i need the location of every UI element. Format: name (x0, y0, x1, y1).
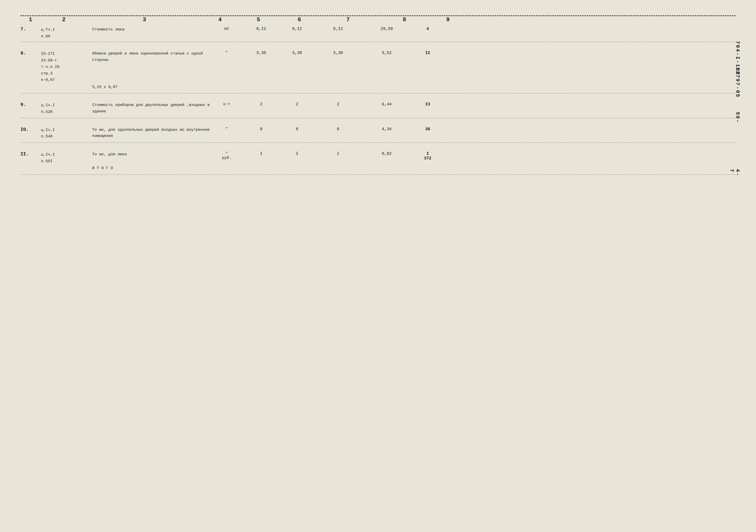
side-label-bottom-sub: 50- (735, 112, 741, 123)
table-row: 9.ц.Iч.I п.528Стоимость приборов для дву… (20, 98, 736, 118)
entry-description-sub: И Т О Г О (92, 165, 210, 171)
top-border (20, 15, 736, 16)
col-header-2: 2 (62, 17, 66, 23)
page-wrapper: 1 2 3 4 5 6 7 8 9 (20, 15, 736, 175)
header-col-8: 8 (376, 17, 433, 23)
header-col-6: 6 (279, 17, 320, 23)
header-col-3: 3 (87, 17, 202, 23)
table-row: 7.ц.Тч.I п.69Стоимость люкам20,I20,I20,I… (20, 23, 736, 42)
table-body: 7.ц.Тч.I п.69Стоимость люкам20,I20,I20,I… (20, 23, 736, 175)
col-header-7: 7 (346, 17, 350, 23)
entry-description: То же, для однопольных дверей входных во… (92, 127, 210, 140)
side-label-bottom-main: 12797-05 (735, 67, 741, 98)
entry-description: Обивка дверей и люка оцинкованной сталью… (92, 51, 210, 63)
row-number: IO. (20, 127, 41, 132)
header-col-4: 4 (202, 17, 238, 23)
col-header-5: 5 (256, 17, 260, 23)
col-header-1: 1 (29, 17, 33, 23)
row-number: 8. (20, 51, 41, 56)
row-separator (20, 142, 736, 143)
col-header-6: 6 (298, 17, 301, 23)
row-separator (20, 174, 736, 175)
col-header-9: 9 (446, 17, 450, 23)
row-separator (20, 93, 736, 93)
header-col-9: 9 (433, 17, 464, 23)
side-label-middle: 4-7 (729, 169, 741, 177)
entry-description: Стоимость приборов для двупольных дверей… (92, 102, 210, 115)
entry-description: То же, для люка (92, 151, 210, 158)
header-col-1: 1 (20, 17, 41, 23)
row-number: 9. (20, 102, 41, 107)
row-separator (20, 42, 736, 42)
column-headers: 1 2 3 4 5 6 7 8 9 (20, 17, 736, 23)
entry-code: ц.Iч.I п.540 (41, 127, 92, 140)
col-header-8: 8 (403, 17, 406, 23)
entry-code: ц.Тч.I п.69 (41, 27, 92, 40)
header-col-5: 5 (238, 17, 279, 23)
entry-description: Стоимость люка (92, 27, 210, 33)
page-content: 1 2 3 4 5 6 7 8 9 (20, 15, 736, 175)
row-number: II. (20, 151, 41, 157)
col-header-4: 4 (218, 17, 222, 23)
table-row: 8.I5-27I 23-58-г т.ч.п.I8 стр.3 к-0,67Об… (20, 47, 736, 93)
entry-code: I5-27I 23-58-г т.ч.п.I8 стр.3 к-0,67 (41, 51, 92, 84)
entry-code: ц.Iч.I п.528 (41, 102, 92, 115)
col-header-3: 3 (143, 17, 147, 23)
table-row: II.ц.Iч.I п.55IТо же, для люка" руб.III0… (20, 148, 736, 175)
entry-description-sub: 5,25 х 0,67 (92, 85, 210, 90)
header-col-7: 7 (320, 17, 376, 23)
table-row: IO.ц.Iч.I п.540То же, для однопольных дв… (20, 123, 736, 143)
row-number: 7. (20, 27, 41, 32)
entry-code: ц.Iч.I п.55I (41, 151, 92, 165)
header-col-2: 2 (41, 17, 87, 23)
